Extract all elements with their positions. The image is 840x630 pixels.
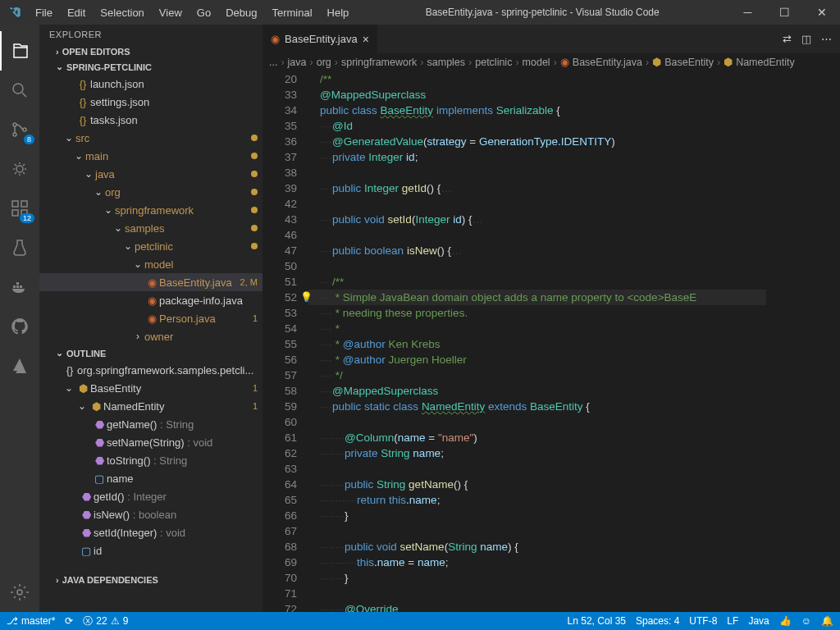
file-base-entity[interactable]: ◉BaseEntity.java2, M bbox=[39, 273, 262, 291]
svg-rect-11 bbox=[20, 285, 22, 288]
debug-icon[interactable] bbox=[0, 149, 39, 189]
sidebar: EXPLORER ›OPEN EDITORS ⌄SPRING-PETCLINIC… bbox=[39, 25, 262, 612]
outline-tostring[interactable]: ⬣toString() : String bbox=[39, 451, 262, 469]
outline-namedentity[interactable]: ⌄⬢NamedEntity1 bbox=[39, 397, 262, 415]
outline-header[interactable]: ⌄OUTLINE bbox=[39, 345, 262, 361]
outline-setid[interactable]: ⬣setId(Integer) : void bbox=[39, 523, 262, 541]
outline-pkg[interactable]: {}org.springframework.samples.petcli... bbox=[39, 361, 262, 379]
folder-owner[interactable]: ›owner bbox=[39, 327, 262, 345]
outline-baseentity[interactable]: ⌄⬢BaseEntity1 bbox=[39, 379, 262, 397]
svg-point-4 bbox=[16, 166, 23, 172]
compare-icon[interactable]: ⇄ bbox=[783, 33, 792, 45]
outline-id[interactable]: ▢id bbox=[39, 541, 262, 559]
sync-icon: ⟳ bbox=[65, 615, 73, 627]
tab-label: BaseEntity.java bbox=[285, 33, 358, 45]
language-status[interactable]: Java bbox=[748, 615, 769, 627]
extensions-icon[interactable]: 12 bbox=[0, 189, 39, 228]
svg-point-2 bbox=[13, 133, 16, 136]
line-gutter: 2033343536373839424346475051525354555657… bbox=[262, 71, 308, 612]
folder-src[interactable]: ⌄src bbox=[39, 129, 262, 147]
svg-point-13 bbox=[17, 590, 22, 595]
azure-icon[interactable] bbox=[0, 346, 39, 386]
status-bar: ⎇master* ⟳ ⓧ22 ⚠9 Ln 52, Col 35 Spaces: … bbox=[0, 612, 840, 630]
outline-isnew[interactable]: ⬣isNew() : boolean bbox=[39, 505, 262, 523]
menu-selection[interactable]: Selection bbox=[94, 3, 150, 22]
scm-icon[interactable]: 8 bbox=[0, 110, 39, 149]
error-icon: ⓧ bbox=[83, 614, 93, 628]
outline-name[interactable]: ▢name bbox=[39, 469, 262, 487]
svg-point-1 bbox=[13, 123, 16, 126]
project-header[interactable]: ⌄SPRING-PETCLINIC bbox=[39, 59, 262, 75]
warning-icon: ⚠ bbox=[111, 615, 120, 627]
file-package-info[interactable]: ◉package-info.java bbox=[39, 291, 262, 309]
title-bar: File Edit Selection View Go Debug Termin… bbox=[0, 0, 840, 25]
menu-debug[interactable]: Debug bbox=[219, 3, 263, 22]
bell-icon[interactable]: 🔔 bbox=[821, 615, 833, 627]
minimize-button[interactable]: ─ bbox=[729, 0, 766, 25]
minimap[interactable] bbox=[766, 71, 840, 612]
more-icon[interactable]: ⋯ bbox=[821, 33, 832, 45]
file-settings-json[interactable]: {}settings.json bbox=[39, 93, 262, 111]
java-file-icon: ◉ bbox=[271, 33, 280, 45]
folder-petclinic[interactable]: ⌄petclinic bbox=[39, 237, 262, 255]
window-title: BaseEntity.java - spring-petclinic - Vis… bbox=[355, 7, 729, 18]
split-icon[interactable]: ◫ bbox=[801, 33, 811, 45]
folder-java[interactable]: ⌄java bbox=[39, 165, 262, 183]
maximize-button[interactable]: ☐ bbox=[766, 0, 803, 25]
test-icon[interactable] bbox=[0, 228, 39, 267]
activity-bar: 8 12 bbox=[0, 25, 39, 612]
svg-rect-12 bbox=[16, 282, 19, 285]
folder-main[interactable]: ⌄main bbox=[39, 147, 262, 165]
docker-icon[interactable] bbox=[0, 267, 39, 307]
search-icon[interactable] bbox=[0, 71, 39, 110]
menu-help[interactable]: Help bbox=[321, 3, 356, 22]
settings-icon[interactable] bbox=[0, 573, 39, 612]
code-editor[interactable]: 2033343536373839424346475051525354555657… bbox=[262, 71, 840, 612]
close-icon[interactable]: × bbox=[363, 33, 369, 46]
indent-status[interactable]: Spaces: 4 bbox=[636, 615, 679, 627]
menu-go[interactable]: Go bbox=[190, 3, 217, 22]
lightbulb-icon[interactable]: 💡 bbox=[300, 290, 313, 305]
problems-status[interactable]: ⓧ22 ⚠9 bbox=[83, 614, 128, 628]
thumbs-up-icon[interactable]: 👍 bbox=[779, 615, 792, 627]
folder-samples[interactable]: ⌄samples bbox=[39, 219, 262, 237]
editor-area: ◉ BaseEntity.java × ⇄ ◫ ⋯ ...› java› org… bbox=[262, 25, 840, 612]
close-button[interactable]: ✕ bbox=[803, 0, 840, 25]
folder-model[interactable]: ⌄model bbox=[39, 255, 262, 273]
cursor-position[interactable]: Ln 52, Col 35 bbox=[568, 615, 626, 627]
file-launch-json[interactable]: {}launch.json bbox=[39, 75, 262, 93]
open-editors-header[interactable]: ›OPEN EDITORS bbox=[39, 44, 262, 59]
menu-bar: File Edit Selection View Go Debug Termin… bbox=[29, 3, 355, 22]
tab-baseentity[interactable]: ◉ BaseEntity.java × bbox=[262, 25, 378, 53]
explorer-icon[interactable] bbox=[0, 31, 39, 71]
feedback-icon[interactable]: ☺ bbox=[801, 615, 811, 627]
svg-rect-7 bbox=[12, 210, 18, 216]
github-icon[interactable] bbox=[0, 307, 39, 346]
breadcrumb[interactable]: ...› java› org› springframework› samples… bbox=[262, 53, 840, 71]
java-deps-header[interactable]: ›JAVA DEPENDENCIES bbox=[39, 573, 262, 587]
explorer-header: EXPLORER bbox=[39, 25, 262, 44]
folder-springframework[interactable]: ⌄springframework bbox=[39, 201, 262, 219]
menu-terminal[interactable]: Terminal bbox=[265, 3, 318, 22]
svg-rect-10 bbox=[16, 285, 19, 288]
menu-file[interactable]: File bbox=[29, 3, 59, 22]
svg-rect-6 bbox=[21, 201, 27, 207]
scm-badge: 8 bbox=[24, 135, 34, 144]
eol-status[interactable]: LF bbox=[727, 615, 738, 627]
svg-rect-9 bbox=[13, 285, 16, 288]
svg-rect-5 bbox=[12, 201, 18, 207]
menu-view[interactable]: View bbox=[153, 3, 189, 22]
folder-org[interactable]: ⌄org bbox=[39, 183, 262, 201]
git-branch[interactable]: ⎇master* bbox=[7, 615, 55, 627]
outline-getid[interactable]: ⬣getId() : Integer bbox=[39, 487, 262, 505]
file-person[interactable]: ◉Person.java1 bbox=[39, 309, 262, 327]
code-text[interactable]: /** @MappedSuperclass public class BaseE… bbox=[308, 71, 766, 612]
menu-edit[interactable]: Edit bbox=[61, 3, 92, 22]
sync-status[interactable]: ⟳ bbox=[65, 615, 73, 627]
outline-tree: {}org.springframework.samples.petcli... … bbox=[39, 361, 262, 573]
outline-getname[interactable]: ⬣getName() : String bbox=[39, 415, 262, 433]
branch-icon: ⎇ bbox=[7, 615, 18, 627]
outline-setname[interactable]: ⬣setName(String) : void bbox=[39, 433, 262, 451]
file-tasks-json[interactable]: {}tasks.json bbox=[39, 111, 262, 129]
encoding-status[interactable]: UTF-8 bbox=[689, 615, 717, 627]
